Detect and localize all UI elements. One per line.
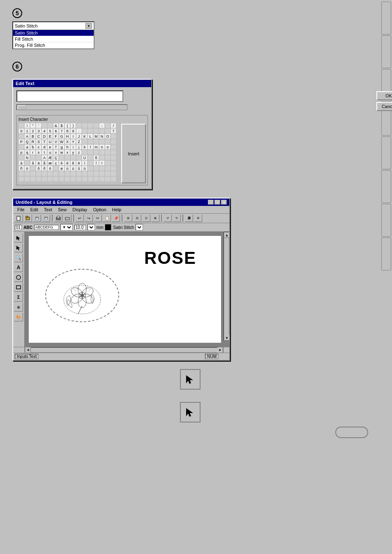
cancel-button[interactable]: Cancel [376, 102, 392, 111]
char-cell[interactable] [88, 171, 93, 176]
char-cell[interactable] [105, 160, 111, 166]
char-cell[interactable]: 7 [111, 128, 116, 134]
char-cell[interactable]: à [18, 160, 24, 166]
char-cell[interactable]: " [30, 123, 36, 128]
char-cell[interactable] [99, 176, 105, 182]
char-cell[interactable] [76, 176, 82, 182]
char-cell[interactable]: I [70, 134, 76, 139]
char-cell[interactable]: d [42, 144, 47, 150]
char-cell[interactable]: - [99, 123, 105, 128]
char-cell[interactable] [105, 128, 111, 134]
tool-cut[interactable]: ✂ [94, 215, 102, 222]
scroll-left-arrow[interactable]: ◄ [25, 347, 31, 353]
tool-paste[interactable]: 📌 [112, 215, 120, 222]
oval-button[interactable] [335, 427, 368, 438]
char-cell[interactable] [53, 171, 59, 176]
size-select[interactable]: ▼ [88, 224, 95, 231]
char-cell[interactable] [36, 171, 42, 176]
char-cell[interactable]: ê [70, 160, 76, 166]
char-cell[interactable] [88, 176, 93, 182]
minimize-button[interactable]: _ [208, 200, 214, 205]
char-cell[interactable]: 1 [24, 128, 30, 134]
char-cell[interactable] [99, 166, 105, 171]
char-cell[interactable]: ( [65, 123, 70, 128]
char-cell[interactable] [18, 171, 24, 176]
char-cell[interactable] [42, 171, 47, 176]
char-cell[interactable] [93, 139, 99, 144]
char-cell[interactable]: p [18, 150, 24, 155]
char-cell[interactable]: & [53, 123, 59, 128]
char-cell[interactable] [105, 150, 111, 155]
char-cell[interactable]: N [99, 134, 105, 139]
char-cell[interactable]: å [42, 160, 47, 166]
char-cell[interactable]: w [59, 150, 65, 155]
char-cell[interactable] [76, 155, 82, 160]
scroll-down-arrow[interactable]: ▼ [224, 335, 229, 341]
char-cell[interactable]: ú [70, 166, 76, 171]
char-cell[interactable]: o [105, 144, 111, 150]
horizontal-scrollbar[interactable] [16, 104, 127, 110]
char-cell[interactable]: R [30, 139, 36, 144]
char-cell[interactable] [47, 123, 53, 128]
sidebar-tab-6[interactable] [381, 170, 391, 203]
menu-file[interactable]: File [15, 207, 27, 212]
scroll-right-arrow[interactable]: ► [217, 347, 223, 353]
tool-print-2[interactable] [63, 215, 71, 222]
char-cell[interactable]: b [30, 144, 36, 150]
char-cell[interactable]: 3 [36, 128, 42, 134]
char-cell[interactable]: Q [24, 139, 30, 144]
char-cell[interactable] [99, 139, 105, 144]
char-cell[interactable]: n [99, 144, 105, 150]
char-cell[interactable]: D [42, 134, 47, 139]
char-cell[interactable]: u [47, 150, 53, 155]
char-cell[interactable] [99, 128, 105, 134]
char-cell[interactable] [93, 128, 99, 134]
char-cell[interactable]: : [76, 128, 82, 134]
char-cell[interactable]: Ü [82, 155, 88, 160]
char-cell[interactable]: 9 [70, 128, 76, 134]
close-button[interactable]: × [221, 200, 227, 205]
char-cell[interactable]: æ [47, 160, 53, 166]
char-cell[interactable] [30, 176, 36, 182]
tool-redo[interactable]: ↪ [85, 215, 93, 222]
char-cell[interactable]: g [59, 144, 65, 150]
char-cell[interactable] [105, 139, 111, 144]
char-cell[interactable]: 8 [65, 128, 70, 134]
tool-copy[interactable]: 📋 [103, 215, 111, 222]
char-cell[interactable]: ø [59, 166, 65, 171]
char-cell[interactable]: v [53, 150, 59, 155]
dropdown-option-0[interactable]: Satin Stitch [13, 30, 94, 36]
tool-settings[interactable]: ⚙ [194, 215, 202, 222]
char-cell[interactable] [82, 128, 88, 134]
maximize-button[interactable]: □ [214, 200, 220, 205]
char-cell[interactable]: Ç [53, 155, 59, 160]
char-cell[interactable] [88, 123, 93, 128]
char-cell[interactable]: ô [36, 166, 42, 171]
char-cell[interactable]: f [53, 144, 59, 150]
char-cell[interactable]: t [42, 150, 47, 155]
tool-node-edit[interactable] [14, 243, 23, 252]
char-cell[interactable]: 4 [42, 128, 47, 134]
menu-sew[interactable]: Sew [55, 207, 69, 212]
char-cell[interactable]: 2 [30, 128, 36, 134]
char-cell[interactable]: r [30, 150, 36, 155]
color-swatch[interactable] [105, 224, 111, 231]
tool-undo[interactable]: ↩ [76, 215, 84, 222]
char-cell[interactable] [24, 171, 30, 176]
char-cell[interactable]: ö [47, 166, 53, 171]
menu-help[interactable]: Help [110, 207, 124, 212]
char-cell[interactable]: Y [70, 139, 76, 144]
char-cell[interactable] [30, 155, 36, 160]
char-cell[interactable]: $ [59, 123, 65, 128]
char-cell[interactable] [30, 166, 36, 171]
tool-text[interactable]: A [14, 263, 23, 272]
tool-palette[interactable]: 🎨 [14, 312, 23, 321]
char-cell[interactable]: P [18, 139, 24, 144]
design-type-select[interactable]: ▼ [60, 224, 73, 231]
vertical-scrollbar[interactable]: ▲ ▼ [224, 232, 229, 341]
char-cell[interactable]: A [42, 155, 47, 160]
char-cell[interactable]: V [53, 139, 59, 144]
char-cell[interactable] [88, 160, 93, 166]
char-cell[interactable]: k [82, 144, 88, 150]
ok-button[interactable]: OK [376, 91, 392, 100]
